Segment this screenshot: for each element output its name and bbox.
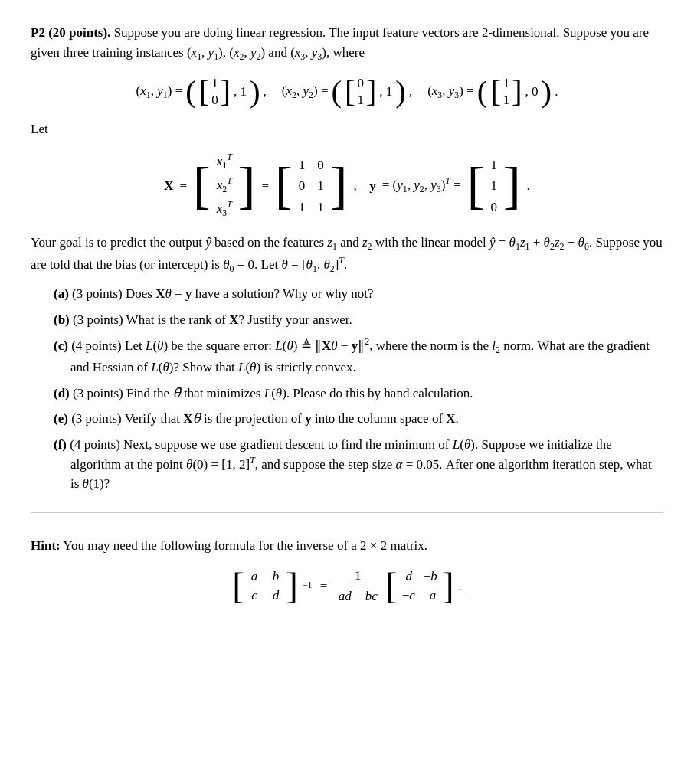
part-a: (a) (3 points) Does Xθ = y have a soluti… [54, 284, 663, 304]
let-line: Let [31, 119, 663, 139]
problem-header: P2 (20 points). Suppose you are doing li… [31, 23, 663, 64]
problem-container: P2 (20 points). Suppose you are doing li… [31, 23, 663, 606]
instance-2: (x2, y2) = ( [ 0 1 ] , 1 ) , [282, 75, 412, 109]
problem-intro: Suppose you are doing linear regression.… [31, 25, 649, 60]
part-f: (f) (4 points) Next, suppose we use grad… [54, 435, 663, 494]
hint-paragraph: Hint: You may need the following formula… [31, 536, 663, 556]
part-e: (e) (3 points) Verify that Xθ̄ is the pr… [54, 409, 663, 429]
x-matrix-equation: X = [ x1T x2T x3T ] = [ 10 01 11 ] , y =… [31, 151, 663, 220]
hint-section: Hint: You may need the following formula… [31, 536, 663, 606]
part-d: (d) (3 points) Find the θ̄ that minimize… [54, 384, 663, 403]
part-b: (b) (3 points) What is the rank of X? Ju… [54, 310, 663, 330]
parts-list: (a) (3 points) Does Xθ = y have a soluti… [54, 284, 663, 494]
instance-1: (x1, y1) = ( [ 1 0 ] , 1 ) , [136, 75, 267, 109]
description-paragraph: Your goal is to predict the output ŷ bas… [31, 233, 663, 276]
part-c: (c) (4 points) Let L(θ) be the square er… [54, 335, 663, 377]
instance-3: (x3, y3) = ( [ 1 1 ] , 0 ) . [427, 75, 558, 109]
divider [31, 512, 663, 513]
instances-line: (x1, y1) = ( [ 1 0 ] , 1 ) , (x2, y2) = … [31, 75, 663, 109]
inverse-formula: [ ab cd ] −1 = 1 ad − bc [ d−b −c a [31, 566, 663, 606]
problem-number: P2 (20 points). [31, 25, 110, 40]
